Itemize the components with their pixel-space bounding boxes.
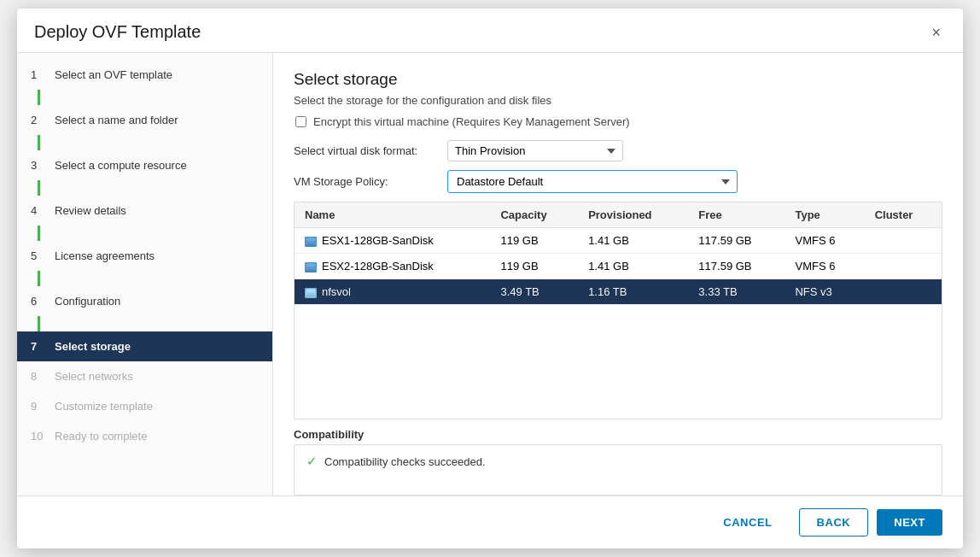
cell-free: 3.33 TB — [688, 279, 785, 305]
compatibility-section: Compatibility ✓ Compatibility checks suc… — [294, 428, 942, 495]
cell-capacity: 119 GB — [490, 254, 578, 279]
step-connector — [38, 226, 40, 241]
step-num: 10 — [31, 430, 48, 443]
step-num: 9 — [31, 400, 48, 413]
check-icon: ✓ — [306, 454, 318, 469]
compat-message: Compatibility checks succeeded. — [324, 455, 486, 468]
col-type: Type — [785, 202, 864, 228]
datastore-icon — [305, 262, 317, 273]
disk-format-select[interactable]: Thin ProvisionThick Provision Lazy Zeroe… — [447, 140, 623, 161]
sidebar-item-5[interactable]: 5 License agreements — [17, 241, 272, 271]
next-button[interactable]: NEXT — [877, 509, 942, 536]
step-num: 8 — [31, 370, 48, 383]
storage-policy-select[interactable]: Datastore Default — [447, 170, 738, 193]
cell-cluster — [865, 279, 942, 305]
cell-type: VMFS 6 — [785, 228, 864, 254]
step-connector — [38, 135, 40, 150]
sidebar-item-7[interactable]: 7 Select storage — [17, 331, 272, 361]
svg-point-5 — [306, 269, 316, 273]
sidebar: 1 Select an OVF template2 Select a name … — [17, 53, 273, 495]
step-label: Select storage — [55, 340, 131, 353]
svg-point-4 — [306, 263, 316, 267]
step-label: Select a name and folder — [55, 114, 178, 126]
cell-type: NFS v3 — [785, 279, 864, 305]
col-provisioned: Provisioned — [578, 202, 688, 228]
table-header-row: NameCapacityProvisionedFreeTypeCluster — [295, 202, 942, 228]
deploy-ovf-dialog: Deploy OVF Template × 1 Select an OVF te… — [17, 9, 963, 548]
dialog-header: Deploy OVF Template × — [17, 9, 963, 53]
table-header: NameCapacityProvisionedFreeTypeCluster — [295, 202, 942, 228]
compat-success-row: ✓ Compatibility checks succeeded. — [306, 454, 930, 469]
cancel-button[interactable]: CANCEL — [705, 508, 790, 536]
step-label: License agreements — [55, 249, 155, 262]
table-body[interactable]: ESX1-128GB-SanDisk119 GB1.41 GB117.59 GB… — [295, 228, 942, 305]
svg-point-1 — [306, 237, 316, 241]
step-num: 2 — [31, 114, 48, 126]
step-connector — [38, 90, 40, 105]
svg-point-7 — [306, 289, 316, 292]
disk-format-label: Select virtual disk format: — [294, 144, 447, 157]
cell-cluster — [865, 254, 942, 279]
compatibility-box: ✓ Compatibility checks succeeded. — [294, 444, 942, 495]
step-label: Select networks — [55, 370, 133, 383]
sidebar-item-4[interactable]: 4 Review details — [17, 196, 272, 226]
cell-free: 117.59 GB — [688, 228, 785, 254]
sidebar-item-1[interactable]: 1 Select an OVF template — [17, 60, 272, 90]
datastore-icon — [305, 288, 317, 298]
step-connector — [38, 271, 40, 286]
datastore-name: ESX1-128GB-SanDisk — [322, 234, 434, 247]
sidebar-item-9: 9 Customize template — [17, 391, 272, 421]
storage-table-container: NameCapacityProvisionedFreeTypeCluster E… — [294, 202, 942, 419]
step-label: Select an OVF template — [55, 68, 172, 81]
step-label: Configuration — [55, 295, 120, 308]
sidebar-item-3[interactable]: 3 Select a compute resource — [17, 150, 272, 180]
datastore-name: nfsvol — [322, 285, 351, 298]
dialog-body: 1 Select an OVF template2 Select a name … — [17, 53, 963, 495]
col-cluster: Cluster — [865, 202, 942, 228]
storage-table: NameCapacityProvisionedFreeTypeCluster E… — [295, 202, 942, 305]
col-free: Free — [688, 202, 785, 228]
back-button[interactable]: BACK — [799, 508, 869, 536]
step-num: 7 — [31, 340, 48, 353]
svg-point-2 — [306, 243, 316, 247]
section-title: Select storage — [294, 70, 942, 89]
datastore-name: ESX2-128GB-SanDisk — [322, 260, 434, 273]
section-subtitle: Select the storage for the configuration… — [294, 94, 942, 107]
step-connector — [38, 316, 40, 331]
encrypt-row: Encrypt this virtual machine (Requires K… — [294, 115, 942, 128]
cell-provisioned: 1.16 TB — [578, 279, 688, 305]
table-row[interactable]: nfsvol3.49 TB1.16 TB3.33 TBNFS v3 — [295, 279, 942, 305]
sidebar-item-8: 8 Select networks — [17, 361, 272, 391]
datastore-icon — [305, 237, 317, 247]
cell-provisioned: 1.41 GB — [578, 254, 688, 279]
cell-provisioned: 1.41 GB — [578, 228, 688, 254]
cell-cluster — [865, 228, 942, 254]
cell-capacity: 119 GB — [490, 228, 578, 254]
dialog-footer: CANCEL BACK NEXT — [17, 495, 963, 548]
sidebar-item-6[interactable]: 6 Configuration — [17, 286, 272, 316]
step-label: Customize template — [55, 400, 153, 413]
compatibility-label: Compatibility — [294, 428, 942, 441]
step-num: 3 — [31, 159, 48, 172]
disk-format-row: Select virtual disk format: Thin Provisi… — [294, 140, 942, 161]
sidebar-item-10: 10 Ready to complete — [17, 421, 272, 451]
step-connector — [38, 180, 40, 196]
encrypt-checkbox[interactable] — [295, 116, 306, 127]
step-label: Select a compute resource — [55, 159, 187, 172]
storage-policy-row: VM Storage Policy: Datastore Default — [294, 170, 942, 193]
step-num: 4 — [31, 204, 48, 217]
sidebar-item-2[interactable]: 2 Select a name and folder — [17, 105, 272, 135]
cell-free: 117.59 GB — [688, 254, 785, 279]
encrypt-label: Encrypt this virtual machine (Requires K… — [313, 115, 630, 128]
close-button[interactable]: × — [926, 23, 946, 42]
cell-capacity: 3.49 TB — [490, 279, 578, 305]
main-content: Select storage Select the storage for th… — [273, 53, 963, 495]
step-label: Ready to complete — [55, 430, 147, 443]
storage-policy-label: VM Storage Policy: — [294, 175, 447, 188]
step-num: 6 — [31, 295, 48, 308]
step-num: 5 — [31, 249, 48, 262]
table-row[interactable]: ESX1-128GB-SanDisk119 GB1.41 GB117.59 GB… — [295, 228, 942, 254]
table-row[interactable]: ESX2-128GB-SanDisk119 GB1.41 GB117.59 GB… — [295, 254, 942, 279]
cell-type: VMFS 6 — [785, 254, 864, 279]
step-num: 1 — [31, 68, 48, 81]
